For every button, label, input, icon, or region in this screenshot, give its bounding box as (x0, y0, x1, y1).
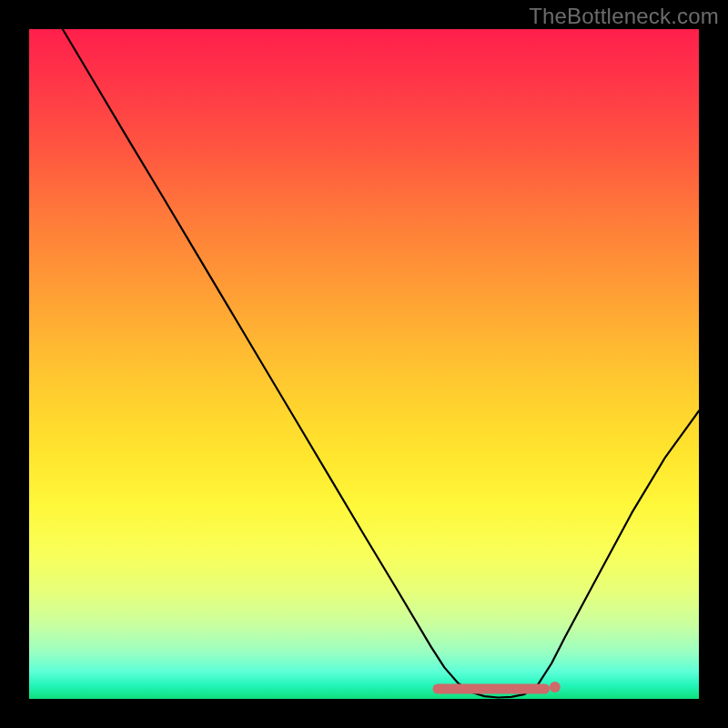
plot-area (29, 29, 699, 699)
watermark-text: TheBottleneck.com (529, 4, 719, 29)
chart-frame: TheBottleneck.com (0, 0, 728, 728)
sweet-spot-end-dot (550, 682, 561, 693)
plot-svg (29, 29, 699, 699)
bottleneck-curve (63, 29, 699, 698)
